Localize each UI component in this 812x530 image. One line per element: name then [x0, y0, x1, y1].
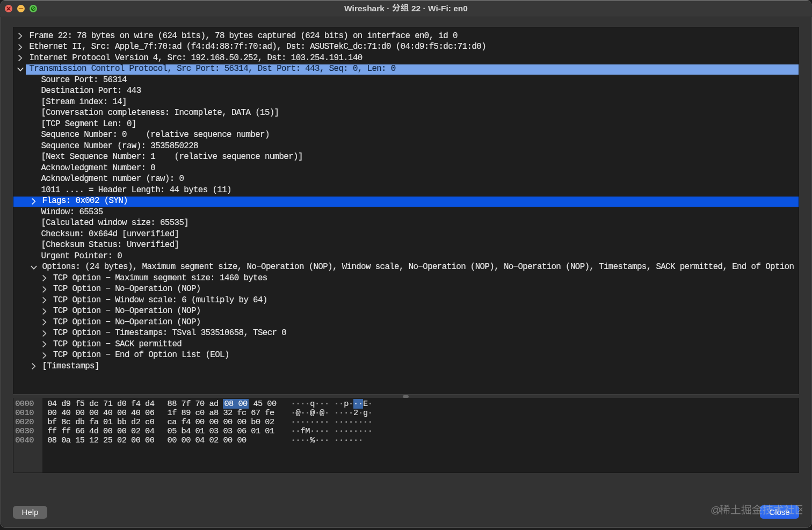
- svg-text:@: @: [711, 504, 721, 516]
